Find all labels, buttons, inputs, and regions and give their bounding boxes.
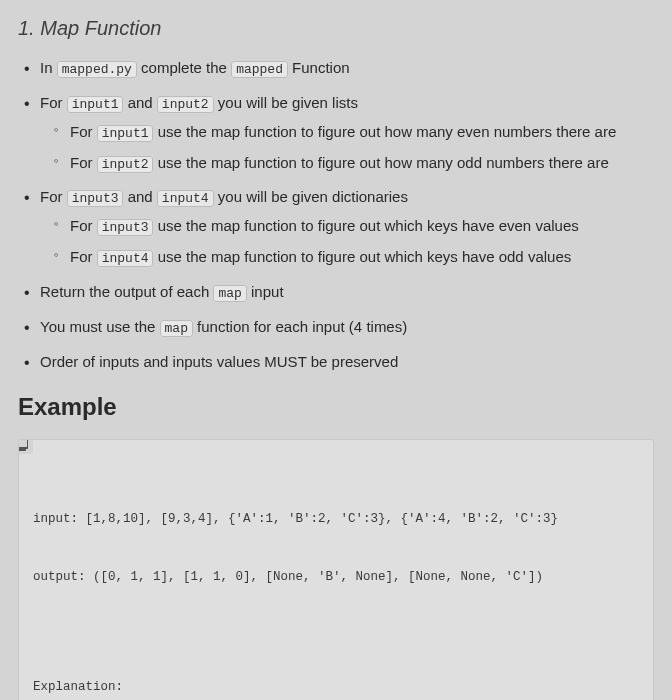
text: For xyxy=(70,123,97,140)
text: use the map function to figure out how m… xyxy=(153,123,616,140)
text: function for each input (4 times) xyxy=(193,318,407,335)
inline-code: input1 xyxy=(97,125,154,142)
inline-code: map xyxy=(160,320,193,337)
text: and xyxy=(123,94,156,111)
text: you will be given lists xyxy=(214,94,358,111)
text: You must use the xyxy=(40,318,160,335)
text: For xyxy=(70,248,97,265)
code-block: input: [1,8,10], [9,3,4], {'A':1, 'B':2,… xyxy=(18,439,654,700)
inline-code: input2 xyxy=(157,96,214,113)
text: For xyxy=(70,154,97,171)
list-item: For input3 and input4 you will be given … xyxy=(18,186,654,269)
list-item: In mapped.py complete the mapped Functio… xyxy=(18,57,654,80)
list-item: For input1 and input2 you will be given … xyxy=(18,92,654,175)
example-heading: Example xyxy=(18,390,654,425)
text: use the map function to figure out how m… xyxy=(153,154,608,171)
text: input xyxy=(247,283,284,300)
text: In xyxy=(40,59,57,76)
section-heading: 1. Map Function xyxy=(18,14,654,43)
text: For xyxy=(40,188,67,205)
list-item: Return the output of each map input xyxy=(18,281,654,304)
list-item: For input1 use the map function to figur… xyxy=(40,121,654,144)
text: For xyxy=(40,94,67,111)
inline-code: input3 xyxy=(67,190,124,207)
code-blank xyxy=(33,627,639,640)
text: Order of inputs and inputs values MUST b… xyxy=(40,353,398,370)
text: Function xyxy=(288,59,350,76)
code-line: input: [1,8,10], [9,3,4], {'A':1, 'B':2,… xyxy=(33,510,639,529)
inline-code: mapped.py xyxy=(57,61,137,78)
text: use the map function to figure out which… xyxy=(153,217,578,234)
text: Return the output of each xyxy=(40,283,213,300)
list-item: For input2 use the map function to figur… xyxy=(40,152,654,175)
text: use the map function to figure out which… xyxy=(153,248,571,265)
inline-code: input2 xyxy=(97,156,154,173)
list-item: For input3 use the map function to figur… xyxy=(40,215,654,238)
instruction-list: In mapped.py complete the mapped Functio… xyxy=(18,57,654,372)
list-item: You must use the map function for each i… xyxy=(18,316,654,339)
text: For xyxy=(70,217,97,234)
code-line: output: ([0, 1, 1], [1, 1, 0], [None, 'B… xyxy=(33,568,639,587)
sub-list: For input1 use the map function to figur… xyxy=(40,121,654,175)
text: complete the xyxy=(137,59,231,76)
inline-code: mapped xyxy=(231,61,288,78)
inline-code: input1 xyxy=(67,96,124,113)
text: you will be given dictionaries xyxy=(214,188,408,205)
list-item: Order of inputs and inputs values MUST b… xyxy=(18,351,654,373)
clipboard-icon[interactable] xyxy=(18,439,33,454)
text: and xyxy=(123,188,156,205)
inline-code: input3 xyxy=(97,219,154,236)
inline-code: map xyxy=(213,285,246,302)
code-line: Explanation: xyxy=(33,678,639,697)
inline-code: input4 xyxy=(157,190,214,207)
inline-code: input4 xyxy=(97,250,154,267)
sub-list: For input3 use the map function to figur… xyxy=(40,215,654,269)
list-item: For input4 use the map function to figur… xyxy=(40,246,654,269)
